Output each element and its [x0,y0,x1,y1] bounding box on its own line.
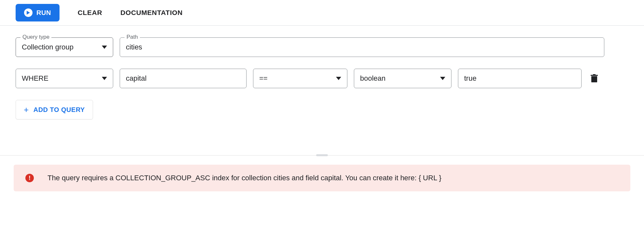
query-type-select[interactable]: Query type Collection group [16,37,113,57]
svg-rect-0 [591,76,597,82]
query-header-row: Query type Collection group Path cities [16,37,628,57]
chevron-down-icon [102,77,107,80]
resize-handle[interactable] [316,154,328,156]
type-value: boolean [360,74,435,83]
value-input[interactable]: true [458,69,582,88]
results-panel: ! The query requires a COLLECTION_GROUP_… [0,156,644,200]
operator-select[interactable]: == [253,69,347,88]
query-type-label: Query type [20,34,51,40]
path-input[interactable]: Path cities [120,37,604,57]
query-builder: Query type Collection group Path cities … [0,26,644,139]
clear-button[interactable]: CLEAR [78,9,102,17]
run-button-label: RUN [36,9,51,17]
chevron-down-icon [440,77,445,80]
add-to-query-button[interactable]: + ADD TO QUERY [16,100,93,119]
field-value: capital [126,74,240,83]
field-input[interactable]: capital [120,69,247,88]
trash-icon [591,74,598,83]
svg-rect-2 [593,74,596,75]
clause-select[interactable]: WHERE [16,69,113,88]
play-circle-icon [24,8,33,17]
error-banner: ! The query requires a COLLECTION_GROUP_… [14,165,630,191]
value-text: true [464,74,575,83]
type-select[interactable]: boolean [354,69,451,88]
error-message: The query requires a COLLECTION_GROUP_AS… [47,174,441,182]
query-type-value: Collection group [22,43,97,51]
chevron-down-icon [102,46,107,49]
error-icon: ! [25,174,34,182]
path-label: Path [125,34,140,40]
delete-condition-button[interactable] [588,69,600,88]
run-button[interactable]: RUN [16,4,60,21]
chevron-down-icon [336,77,341,80]
plus-icon: + [24,105,29,114]
documentation-button[interactable]: DOCUMENTATION [120,9,182,17]
clause-value: WHERE [22,74,97,83]
panel-divider [0,155,644,156]
toolbar: RUN CLEAR DOCUMENTATION [0,0,644,26]
add-to-query-label: ADD TO QUERY [34,106,85,114]
path-value: cities [126,43,598,51]
condition-row: WHERE capital == boolean true [16,69,628,88]
operator-value: == [259,74,331,83]
